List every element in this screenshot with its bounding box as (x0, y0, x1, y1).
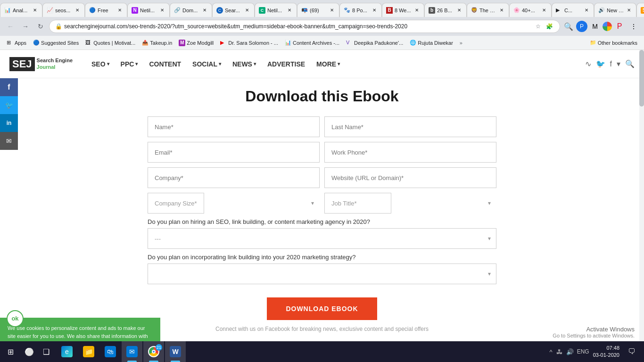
nav-content[interactable]: CONTENT (144, 57, 186, 72)
bookmark-quotes[interactable]: 🖼 Quotes | Motivat... (83, 39, 138, 47)
tab-seos[interactable]: 📈seos...✕ (42, 3, 85, 17)
bookmark-zoe[interactable]: M Zoe Modgill (176, 39, 216, 47)
tab-close[interactable]: ✕ (456, 7, 462, 14)
nav-advertise[interactable]: ADVERTISE (263, 57, 310, 72)
tab-close[interactable]: ✕ (74, 7, 81, 14)
tab-close[interactable]: ✕ (201, 7, 208, 14)
download-ebook-button[interactable]: DOWNLOAD EBOOK (267, 297, 377, 320)
email-input[interactable] (148, 142, 320, 163)
work-phone-input[interactable] (324, 142, 496, 163)
bookmark-apps[interactable]: ⊞ Apps (4, 39, 29, 47)
bookmarks-more-button[interactable]: » (458, 39, 464, 47)
tab-close[interactable]: ✕ (498, 7, 505, 14)
taskbar-edge[interactable]: e (57, 341, 77, 362)
search-nav-icon[interactable]: 🔍 (625, 59, 635, 68)
taskbar-clock[interactable]: 07:48 03-01-2020 (591, 345, 621, 359)
tab-netil2[interactable]: CNetil...✕ (255, 3, 297, 17)
last-name-input[interactable] (324, 116, 496, 137)
tab-40[interactable]: 🌸40+...✕ (509, 3, 552, 17)
url-icons: ☆ 🧩 (533, 22, 554, 31)
taskbar-chrome[interactable]: 21 (143, 341, 164, 362)
tab-close[interactable]: ✕ (413, 7, 420, 14)
tab-close[interactable]: ✕ (116, 7, 123, 14)
twitter-nav-icon[interactable]: 🐦 (596, 59, 605, 68)
taskbar-search-button[interactable]: ⚪ (23, 345, 36, 358)
forward-button[interactable]: → (19, 20, 32, 33)
facebook-share-button[interactable]: f (0, 78, 18, 96)
tab-sej-sear[interactable]: SSEJ Sear...✕ (636, 3, 644, 17)
tab-close[interactable]: ✕ (371, 7, 378, 14)
nav-more[interactable]: MORE▾ (312, 57, 345, 72)
question-1-select[interactable]: --- Yes No Maybe (148, 228, 496, 249)
taskbar-word[interactable]: W (165, 341, 186, 362)
tab-69[interactable]: 📭(69)✕ (297, 3, 339, 17)
tab-close[interactable]: ✕ (626, 7, 632, 14)
bookmark-star-icon[interactable]: ☆ (533, 22, 543, 31)
scrollbar[interactable] (639, 50, 644, 362)
refresh-button[interactable]: ↻ (34, 20, 47, 33)
bookmark-rujuta[interactable]: 🌐 Rujuta Diwekar (407, 39, 456, 47)
chrome-icon[interactable] (603, 22, 612, 31)
tab-dom[interactable]: 🔗Dom...✕ (170, 3, 212, 17)
tab-close[interactable]: ✕ (286, 7, 293, 14)
tab-thes[interactable]: 🦁The S...✕ (467, 3, 509, 17)
cookie-ok-button[interactable]: ok (7, 310, 24, 327)
back-button[interactable]: ← (4, 20, 17, 33)
facebook-nav-icon[interactable]: f (610, 60, 612, 68)
other-bookmarks[interactable]: 📁 Other bookmarks (587, 39, 640, 47)
start-button[interactable]: ⊞ (0, 341, 21, 362)
search-icon[interactable]: 🔍 (562, 20, 575, 33)
email-share-button[interactable]: ✉ (0, 132, 18, 150)
tab-yt[interactable]: ▶C...✕ (552, 3, 594, 17)
tab-close[interactable]: ✕ (159, 7, 165, 14)
nav-social[interactable]: SOCIAL▾ (188, 57, 226, 72)
taskbar-file-explorer[interactable]: 📁 (78, 341, 99, 362)
tab-close[interactable]: ✕ (244, 7, 250, 14)
url-bar[interactable]: 🔒 searchenginejournal.com/seo-trends-202… (49, 20, 560, 33)
network-icon[interactable]: 🖧 (555, 347, 564, 356)
company-input[interactable] (148, 167, 320, 188)
gmail-icon[interactable]: M (588, 20, 602, 33)
rss-icon[interactable]: ∿ (585, 59, 591, 68)
name-input[interactable] (148, 116, 320, 137)
tab-close[interactable]: ✕ (583, 7, 590, 14)
extensions-icon[interactable]: 🧩 (545, 22, 554, 31)
tab-free[interactable]: 🔵Free✕ (85, 3, 127, 17)
settings-icon[interactable]: ⋮ (627, 20, 640, 33)
company-size-select[interactable]: Company Size* 1-10 11-50 51-200 201-500 … (148, 193, 204, 214)
user-profile-icon[interactable]: P (576, 21, 587, 32)
tab-netil1[interactable]: NNetil...✕ (127, 3, 170, 17)
task-view-button[interactable]: ❑ (38, 341, 55, 362)
nav-news[interactable]: NEWS▾ (228, 57, 261, 72)
pinterest-icon[interactable]: P (613, 20, 626, 33)
nav-ppc[interactable]: PPC▾ (116, 57, 143, 72)
nav-seo[interactable]: SEO▾ (87, 57, 114, 72)
more-nav-icon[interactable]: ▾ (617, 59, 620, 68)
tab-close[interactable]: ✕ (541, 7, 547, 14)
bookmark-suggested[interactable]: 🔵 Suggested Sites (30, 39, 82, 47)
taskbar-store[interactable]: 🛍 (100, 341, 121, 362)
bookmark-deepika[interactable]: V Deepika Padukone'... (343, 39, 406, 47)
scrollbar-thumb[interactable] (639, 50, 644, 107)
tab-close[interactable]: ✕ (32, 7, 38, 14)
tab-8po[interactable]: 🐾8 Po...✕ (339, 3, 382, 17)
bookmark-content-archives[interactable]: 📊 Content Archives -... (282, 39, 342, 47)
taskbar-mail[interactable]: ✉ (122, 341, 142, 362)
twitter-share-button[interactable]: 🐦 (0, 96, 18, 114)
volume-icon[interactable]: 🔊 (565, 347, 575, 356)
tab-close[interactable]: ✕ (329, 7, 335, 14)
tab-26b[interactable]: b26 B...✕ (424, 3, 467, 17)
bookmark-sara[interactable]: ▶ Dr. Sara Solomon - ... (217, 39, 281, 47)
website-input[interactable] (324, 167, 496, 188)
tab-newtab[interactable]: 🔊New Tab✕ (594, 3, 636, 17)
tab-anal[interactable]: 📊Anal...✕ (0, 3, 42, 17)
tray-up-arrow[interactable]: ^ (548, 347, 554, 356)
question-2-select[interactable]: Yes No Maybe (148, 263, 496, 284)
tab-8we[interactable]: B8 We...✕ (382, 3, 424, 17)
linkedin-share-button[interactable]: in (0, 114, 18, 132)
job-title-select[interactable]: Job Title* CEO/Owner Marketing Manager S… (324, 193, 391, 214)
bookmark-takeup[interactable]: 📤 Takeup.in (139, 39, 175, 47)
notification-button[interactable]: 🗨 (623, 341, 640, 362)
site-logo[interactable]: SEJ Search Engine Journal (9, 57, 73, 71)
tab-sear[interactable]: CSear...✕ (212, 3, 255, 17)
